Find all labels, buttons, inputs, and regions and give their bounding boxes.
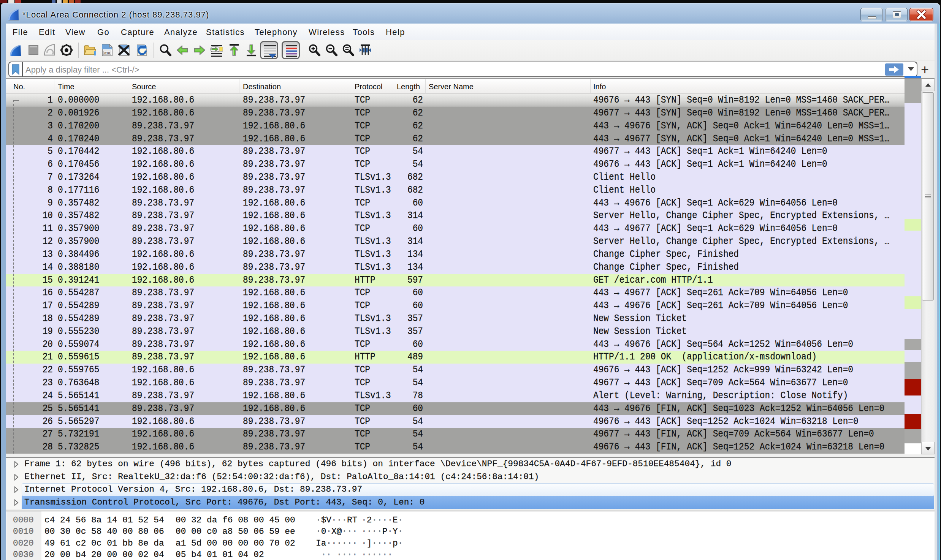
svg-text:010: 010: [104, 51, 110, 55]
